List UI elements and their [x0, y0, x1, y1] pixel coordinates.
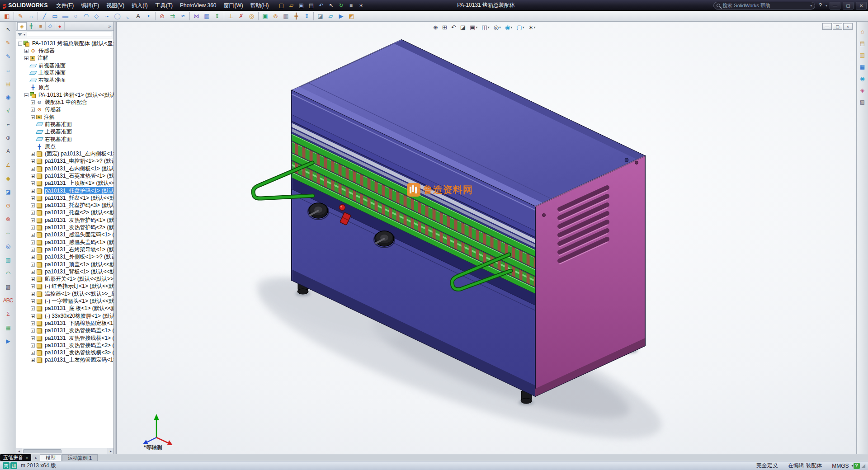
tree-expander-icon[interactable]: + — [31, 329, 35, 333]
linear-sketch-pattern-icon[interactable]: ▦ — [202, 11, 212, 21]
menu-item-3[interactable]: 插入(I) — [128, 2, 151, 9]
sensor-icon[interactable]: ⊙ — [3, 201, 14, 211]
tree-item[interactable]: +pa10131_感温头固定码<1> (默认<<默认>_显示状态 1>) — [16, 231, 113, 239]
smart-dimension-icon[interactable]: ↔ — [26, 11, 36, 21]
view-orientation-caret-icon[interactable]: ▾ — [476, 25, 477, 29]
tree-expander-icon[interactable]: + — [31, 277, 35, 281]
tree-item[interactable]: +pa10131_托盘护码<1> (默认<<默认>_显示状态 1>) — [16, 187, 113, 194]
color-swatch-icon[interactable]: ◧ — [2, 11, 12, 21]
tree-item[interactable]: 前视基准面 — [16, 121, 113, 128]
ime-simplified-badge[interactable]: 简 — [3, 462, 9, 469]
straight-slot-icon[interactable]: ▬ — [60, 11, 71, 21]
tree-item[interactable]: 右视基准面 — [16, 76, 113, 84]
tree-item[interactable]: ╋原点 — [16, 143, 113, 150]
tree-expander-icon[interactable]: + — [31, 203, 35, 207]
panel-tab-propertymanager[interactable]: ╋ — [27, 22, 36, 30]
quick-tips-icon[interactable]: ? — [854, 463, 860, 469]
new-motion-study-icon[interactable]: ▶ — [336, 11, 346, 21]
tree-item[interactable]: +船形开关<1> (默认<<默认>>_显示状态 1>) — [16, 276, 113, 283]
tree-expander-icon[interactable]: + — [31, 270, 35, 274]
select-icon[interactable]: ↖ — [327, 1, 336, 9]
tree-item[interactable]: +pa10131_发热管接线横<3> (默认<<默认>_显示状态 1>) — [16, 349, 113, 356]
tree-expander-icon[interactable]: + — [31, 196, 35, 200]
tree-expander-icon[interactable]: + — [31, 351, 35, 355]
tree-item[interactable]: +pa10131_托盘<1> (默认<<默认>_显示状态 1>) — [16, 194, 113, 202]
select-tool-icon[interactable]: ↖ — [3, 24, 14, 34]
tree-expander-icon[interactable]: + — [31, 181, 35, 185]
mirror-entities-icon[interactable]: ⋈ — [191, 11, 202, 21]
menu-item-2[interactable]: 视图(V) — [103, 2, 128, 9]
tree-item[interactable]: 右视基准面 — [16, 136, 113, 143]
tab-scroll-right-icon[interactable]: ▸ — [33, 455, 40, 461]
tree-expander-icon[interactable]: + — [31, 174, 35, 178]
tree-expander-icon[interactable]: − — [18, 42, 22, 46]
panel-tab-displaymanager[interactable]: ● — [55, 22, 65, 30]
maximize-button[interactable]: ▢ — [843, 2, 854, 9]
centerpoint-arc-icon[interactable]: ◠ — [81, 11, 91, 21]
display-relations-icon[interactable]: ⊥ — [226, 11, 236, 21]
tree-item[interactable]: +pa10131_发热管护码<1> (默认<<默认>_显示状态 1>) — [16, 216, 113, 224]
sketch-icon[interactable]: ✎ — [15, 11, 26, 21]
menu-item-0[interactable]: 文件(F) — [52, 2, 77, 9]
menu-item-4[interactable]: 工具(T) — [151, 2, 176, 9]
sketch-fillet-icon[interactable]: ◟ — [123, 11, 133, 21]
tree-item[interactable]: +⊙传感器 — [16, 47, 113, 54]
view-settings-icon[interactable]: ∗▾ — [527, 23, 538, 32]
weld-symbol-icon[interactable]: ⌐ — [3, 119, 14, 129]
doc-minimize-button[interactable]: — — [822, 23, 832, 30]
convert-entities-icon[interactable]: ⇉ — [167, 11, 178, 21]
doc-tab-0[interactable]: 模型 — [40, 454, 61, 461]
mate-icon[interactable]: ⊚ — [270, 11, 281, 21]
decals-icon[interactable]: ◈ — [858, 86, 867, 94]
spline-icon[interactable]: ~ — [102, 11, 112, 21]
tree-item[interactable]: +pa10131_下隔棉热固定板<1> (默认<<默认>_显示状态 1>) — [16, 320, 113, 327]
apply-scene-icon[interactable]: ▢▾ — [514, 23, 526, 32]
tree-item[interactable]: +pa10131_托盘护码<3> (默认<<默认>_显示状态 1>) — [16, 202, 113, 209]
tree-expander-icon[interactable]: + — [31, 189, 35, 193]
options-icon[interactable]: ∗ — [357, 1, 366, 9]
tree-expander-icon[interactable]: + — [31, 292, 35, 296]
tree-expander-icon[interactable]: + — [31, 299, 35, 303]
tree-item[interactable]: +pa10131_上发热管固定码<1> (默认<<默认>_显示状态 1>) — [16, 357, 113, 364]
point-icon[interactable]: • — [143, 11, 154, 21]
scroll-right-icon[interactable]: ▸ — [108, 448, 113, 454]
tree-item[interactable]: +pa10131_外侧板<1>->? (默认<<默认>_显示状态 1>) — [16, 254, 113, 261]
tree-expander-icon[interactable]: + — [31, 100, 35, 104]
tree-item[interactable]: +(-) 红色指示灯<1> (默认<<默认>>_显示状态 1>) — [16, 283, 113, 290]
tree-expander-icon[interactable]: + — [31, 284, 35, 288]
tree-expander-icon[interactable]: + — [31, 321, 35, 325]
panel-tab-dimxpertmanager[interactable]: ◇ — [46, 22, 55, 30]
tree-item[interactable]: +pa10131_上顶板<1> (默认<<默认>_显示状态 1>) — [16, 180, 113, 187]
smart-fasteners-icon[interactable]: ╋ — [291, 11, 302, 21]
tree-expander-icon[interactable]: + — [31, 248, 35, 252]
tree-item[interactable]: 上视基准面 — [16, 69, 113, 76]
datum-feature-icon[interactable]: A — [3, 146, 14, 156]
file-properties-icon[interactable]: ≡ — [347, 1, 356, 9]
section-view-icon[interactable]: ◪ — [458, 23, 467, 32]
hide-show-items-icon[interactable]: ◎▾ — [492, 23, 503, 32]
move-entities-icon[interactable]: ⇕ — [212, 11, 222, 21]
motion-study-icon[interactable]: ▶ — [3, 336, 14, 346]
tree-item[interactable]: +pa10131_发热管接码盖<2> (默认<<默认>_显示状态 1>) — [16, 342, 113, 349]
tree-expander-icon[interactable]: + — [31, 211, 35, 215]
graphics-viewport[interactable]: ⊕⊞↶◪▣▾◫▾◎▾◉▾▢▾∗▾ —▢× 鲁造资料网 *等轴测 — [117, 22, 856, 454]
scrollbar-track[interactable] — [22, 449, 108, 454]
undo-icon[interactable]: ↶ — [317, 1, 326, 9]
resources-home-icon[interactable]: ⌂ — [858, 27, 867, 36]
tree-expander-icon[interactable]: + — [31, 240, 35, 244]
panel-tab-featuremanager[interactable]: ◈ — [17, 22, 27, 30]
tree-expander-icon[interactable]: + — [31, 226, 35, 230]
tree-item[interactable]: +pa10131_顶盖<1> (默认<<默认>_显示状态 1>) — [16, 261, 113, 268]
geometric-tolerance-icon[interactable]: ⊕ — [3, 133, 14, 143]
tree-item[interactable]: +温控器<1> (默认<<默认>>_显示状态 1>) — [16, 290, 113, 297]
edit-appearance-caret-icon[interactable]: ▾ — [510, 25, 512, 29]
surface-finish-icon[interactable]: √ — [3, 106, 14, 116]
tree-item[interactable]: +⊙传感器 — [16, 106, 113, 113]
units-selector[interactable]: MMGS — [832, 463, 849, 469]
repair-sketch-icon[interactable]: ✗ — [236, 11, 246, 21]
tree-item[interactable]: +pa10131_发热管接码盖<1> (默认<<默认>_显示状态 1>) — [16, 327, 113, 334]
file-explorer-icon[interactable]: ▥ — [858, 51, 867, 59]
trim-entities-icon[interactable]: ⊘ — [157, 11, 167, 21]
reference-geometry-icon[interactable]: ▱ — [326, 11, 336, 21]
design-table-icon[interactable]: ▦ — [3, 323, 14, 333]
